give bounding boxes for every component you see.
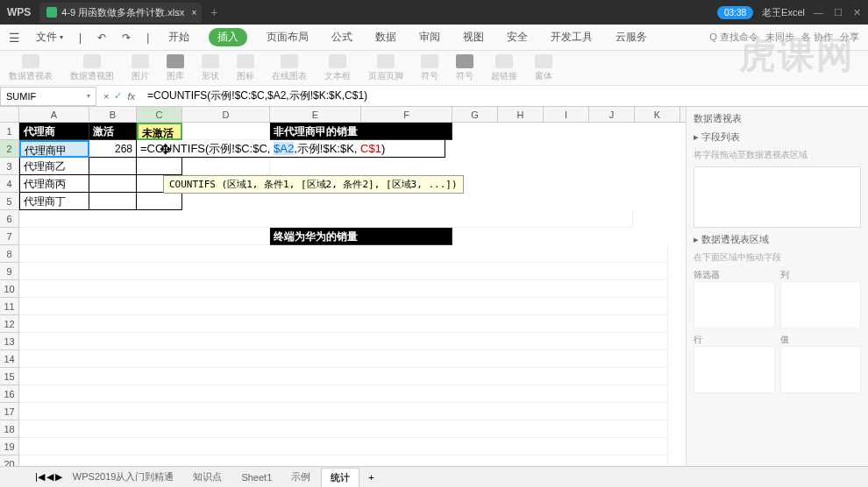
confirm-formula-icon[interactable]: ✓ — [114, 90, 122, 102]
menu-tab-data[interactable]: 数据 — [372, 26, 400, 48]
area-col-label: 列 — [780, 269, 862, 281]
fx-icon[interactable]: fx — [127, 91, 135, 102]
formula-input[interactable]: =COUNTIFS(示例!$C:$C,$A2,示例!$K:$K,C$1) — [142, 88, 868, 103]
cell-agent-4[interactable]: 代理商丁 — [19, 193, 89, 210]
menu-tab-view[interactable]: 视图 — [459, 26, 487, 48]
sheet-tab-0[interactable]: WPS2019从入门到精通 — [64, 468, 183, 486]
formula-bar: SUMIF × ✓ fx =COUNTIFS(示例!$C:$C,$A2,示例!$… — [0, 86, 868, 107]
col-h[interactable]: H — [498, 107, 544, 122]
label-non-agent[interactable]: 非代理商甲的销量 — [270, 123, 452, 140]
column-headers: A B C D E F G H I J K — [0, 107, 686, 123]
header-not-activated[interactable]: 未激活 — [137, 123, 182, 140]
area-val-label: 值 — [780, 334, 862, 346]
add-sheet-icon[interactable]: + — [361, 472, 381, 483]
col-g[interactable]: G — [452, 107, 498, 122]
minimize-icon[interactable]: — — [814, 7, 823, 18]
spreadsheet[interactable]: A B C D E F G H I J K 1 代理商 激活 未激活 非代理商甲… — [0, 107, 686, 466]
logo-icon[interactable]: ☰ — [9, 31, 20, 45]
col-a[interactable]: A — [19, 107, 89, 122]
col-k[interactable]: K — [635, 107, 680, 122]
nav-first-icon[interactable]: |◀ — [35, 471, 45, 483]
ribbon: 数据透视表 数据透视图 图片 图库 形状 图标 在线图表 文本框 页眉页脚 符号… — [0, 51, 868, 86]
ribbon-wordart[interactable]: 符号 — [421, 54, 438, 82]
row-3: 3 代理商乙 — [0, 158, 686, 175]
select-all-corner[interactable] — [0, 107, 19, 122]
redo-icon[interactable]: ↷ — [122, 32, 131, 44]
sheet-tab-1[interactable]: 知识点 — [184, 468, 231, 486]
area-row-box[interactable] — [694, 346, 775, 393]
cell-agent-3[interactable]: 代理商丙 — [19, 175, 89, 193]
col-i[interactable]: I — [544, 107, 589, 122]
nav-prev-icon[interactable]: ◀ — [46, 471, 53, 483]
collab-link[interactable]: 各 协作 — [801, 31, 833, 44]
col-j[interactable]: J — [589, 107, 635, 122]
menu-tab-cloud[interactable]: 云服务 — [612, 26, 651, 48]
ribbon-onlinechart[interactable]: 文本框 — [324, 54, 351, 82]
menu-tab-formula[interactable]: 公式 — [328, 26, 356, 48]
cell-agent-2[interactable]: 代理商乙 — [19, 158, 89, 175]
col-c[interactable]: C — [137, 107, 182, 122]
col-d[interactable]: D — [182, 107, 270, 122]
sync-status[interactable]: 未同步 — [765, 31, 794, 44]
share-link[interactable]: 分享 — [840, 31, 859, 44]
ribbon-chart[interactable]: 在线图表 — [272, 54, 307, 82]
areas-hint: 在下面区域中拖动字段 — [694, 251, 861, 264]
maximize-icon[interactable]: ☐ — [834, 7, 843, 18]
ribbon-attachment[interactable]: 超链接 — [491, 54, 517, 82]
ribbon-shapes[interactable]: 形状 — [202, 54, 219, 82]
active-cell-c2[interactable]: =COUNTIFS(示例!$C:$C, $A2,示例!$K:$K, C$1) — [137, 140, 445, 158]
sheet-tab-3[interactable]: 示例 — [282, 468, 319, 486]
file-menu[interactable]: 文件▾ — [36, 30, 63, 45]
row-2: 2 代理商甲 268 =COUNTIFS(示例!$C:$C, $A2,示例!$K… — [0, 140, 686, 158]
undo-icon[interactable]: ↶ — [97, 32, 106, 44]
app-name: WPS — [7, 6, 31, 18]
ribbon-picture[interactable]: 图片 — [132, 54, 149, 82]
close-tab-icon[interactable]: × — [191, 8, 196, 18]
area-filter-box[interactable] — [694, 281, 775, 328]
ribbon-camera[interactable]: 窗体 — [535, 54, 552, 82]
col-b[interactable]: B — [89, 107, 137, 122]
search-hint[interactable]: Q 查找命令 — [709, 31, 758, 44]
row-6: 6 — [0, 210, 686, 228]
add-tab-button[interactable]: + — [210, 5, 217, 19]
title-bar: WPS 4-9 用函数做多条件计数.xlsx × + 03:38 老王Excel… — [0, 0, 868, 25]
menu-tab-insert[interactable]: 插入 — [209, 28, 247, 46]
menu-tab-dev[interactable]: 开发工具 — [547, 26, 596, 48]
area-col-box[interactable] — [780, 281, 862, 328]
user-label: 老王Excel — [762, 6, 805, 19]
cell-activated-1[interactable]: 268 — [89, 140, 137, 158]
sheet-tab-2[interactable]: Sheet1 — [232, 469, 281, 485]
document-tab[interactable]: 4-9 用函数做多条件计数.xlsx × — [39, 3, 202, 23]
area-val-box[interactable] — [780, 346, 862, 393]
ribbon-pivot-table[interactable]: 数据透视表 — [9, 54, 53, 82]
name-box[interactable]: SUMIF — [0, 87, 96, 106]
close-window-icon[interactable]: ✕ — [853, 7, 861, 18]
field-list-box[interactable] — [694, 166, 861, 228]
ribbon-icons[interactable]: 图标 — [237, 54, 254, 82]
sheet-tabs: |◀ ◀ ▶ WPS2019从入门到精通 知识点 Sheet1 示例 统计 + — [0, 466, 868, 487]
cancel-formula-icon[interactable]: × — [103, 91, 109, 102]
ribbon-textbox[interactable]: 页眉页脚 — [368, 54, 403, 82]
ribbon-symbol[interactable]: 符号 — [456, 54, 473, 82]
field-hint: 将字段拖动至数据透视表区域 — [694, 149, 861, 161]
menu-tab-layout[interactable]: 页面布局 — [263, 26, 312, 48]
ribbon-pivot-chart[interactable]: 数据透视图 — [70, 54, 114, 82]
sheet-tab-4[interactable]: 统计 — [321, 468, 359, 487]
col-f[interactable]: F — [361, 107, 452, 122]
panel-title: 数据透视表 — [694, 112, 861, 125]
menu-tab-security[interactable]: 安全 — [503, 26, 531, 48]
col-e[interactable]: E — [270, 107, 361, 122]
cell-agent-1[interactable]: 代理商甲 — [19, 140, 89, 158]
row-5: 5 代理商丁 — [0, 193, 686, 210]
ribbon-gallery[interactable]: 图库 — [167, 54, 184, 82]
function-tooltip: COUNTIFS (区域1, 条件1, [区域2, 条件2], [区域3, ..… — [163, 175, 464, 194]
header-activated[interactable]: 激活 — [89, 123, 137, 140]
nav-next-icon[interactable]: ▶ — [55, 471, 62, 483]
menu-tab-start[interactable]: 开始 — [165, 26, 193, 48]
row-1: 1 代理商 激活 未激活 非代理商甲的销量 — [0, 123, 686, 140]
menu-bar: ☰ 文件▾ | ↶ ↷ | 开始 插入 页面布局 公式 数据 审阅 视图 安全 … — [0, 25, 868, 51]
label-huawei[interactable]: 终端为华为的销量 — [270, 228, 452, 245]
header-agent[interactable]: 代理商 — [19, 123, 89, 140]
menu-tab-review[interactable]: 审阅 — [416, 26, 444, 48]
doc-icon — [46, 7, 57, 18]
